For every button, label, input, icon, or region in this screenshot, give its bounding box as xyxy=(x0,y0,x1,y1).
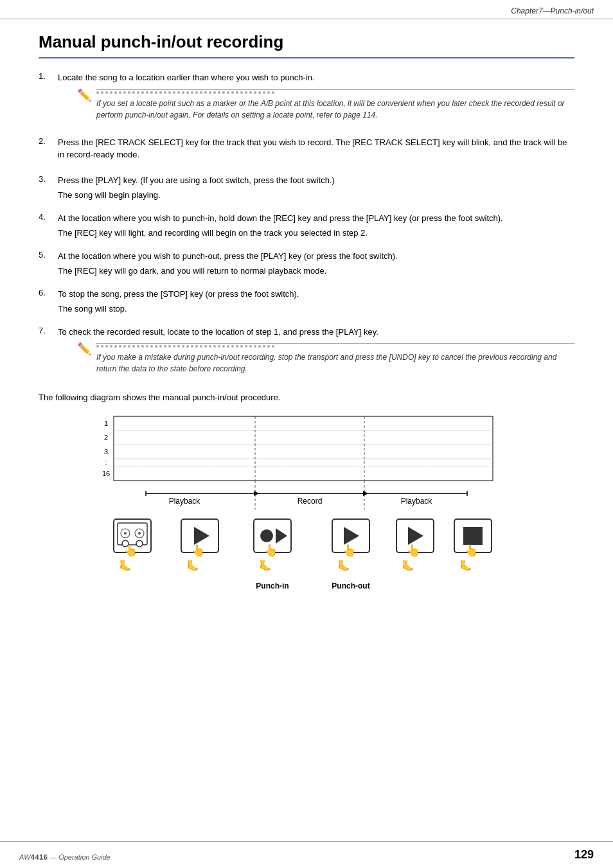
dot xyxy=(110,345,112,348)
dot xyxy=(155,91,157,94)
dot xyxy=(110,91,112,94)
dot xyxy=(177,345,180,348)
step-6-main: To stop the song, press the [STOP] key (… xyxy=(58,288,574,301)
note-right-2: If you make a mistake during punch-in/ou… xyxy=(96,343,574,375)
dot xyxy=(182,91,184,94)
svg-point-39 xyxy=(260,529,273,542)
dot xyxy=(231,345,234,348)
svg-text:👆: 👆 xyxy=(123,544,138,558)
svg-text:👆: 👆 xyxy=(406,544,421,558)
step-1-content: Locate the song to a location earlier th… xyxy=(58,71,574,126)
dot xyxy=(105,345,108,348)
step-7-content: To check the recorded result, locate to … xyxy=(58,326,574,380)
dot xyxy=(236,91,238,94)
svg-text:Record: Record xyxy=(298,497,323,506)
dot xyxy=(200,91,202,94)
dot xyxy=(258,91,261,94)
step-5-content: At the location where you wish to punch-… xyxy=(58,250,574,278)
svg-text:Playback: Playback xyxy=(401,497,433,506)
dot xyxy=(231,91,234,94)
step-5-num: 5. xyxy=(39,250,58,260)
dot xyxy=(191,91,193,94)
dots-line xyxy=(96,89,574,95)
step-3-sub: The song will begin playing. xyxy=(58,189,574,202)
dot xyxy=(168,345,171,348)
dot xyxy=(267,91,270,94)
step-7-note-box: ✏️ If you make a mistake during punch-in… xyxy=(77,343,574,375)
dot xyxy=(258,345,261,348)
dot xyxy=(204,91,207,94)
dot xyxy=(213,91,216,94)
svg-text:🦶: 🦶 xyxy=(459,560,472,572)
dot xyxy=(119,345,121,348)
step-7-note-text: If you make a mistake during punch-in/ou… xyxy=(96,351,574,375)
dot xyxy=(267,345,270,348)
diagram-intro: The following diagram shows the manual p… xyxy=(39,393,574,402)
dot xyxy=(155,345,157,348)
dot xyxy=(105,91,108,94)
svg-rect-5 xyxy=(114,416,493,481)
page-footer: AW4416 — Operation Guide 129 xyxy=(0,841,613,868)
step-6: 6. To stop the song, press the [STOP] ke… xyxy=(39,288,574,315)
dot xyxy=(209,345,211,348)
svg-text:🦶: 🦶 xyxy=(402,560,414,572)
dot xyxy=(146,345,148,348)
svg-text:👆: 👆 xyxy=(342,544,357,558)
dot xyxy=(191,345,193,348)
svg-text:3: 3 xyxy=(104,448,108,456)
step-2-main: Press the [REC TRACK SELECT] key for the… xyxy=(58,136,574,161)
dot xyxy=(101,91,103,94)
dot xyxy=(137,91,139,94)
step-6-num: 6. xyxy=(39,288,58,297)
dot xyxy=(168,91,171,94)
dot xyxy=(114,345,117,348)
dot xyxy=(96,345,99,348)
note-right: If you set a locate point such as a mark… xyxy=(96,89,574,121)
dot xyxy=(150,91,153,94)
dot xyxy=(101,345,103,348)
dot xyxy=(254,91,256,94)
step-1-num: 1. xyxy=(39,71,58,81)
dots-line-2 xyxy=(96,343,574,349)
dot xyxy=(245,345,247,348)
step-5-sub: The [REC] key will go dark, and you will… xyxy=(58,265,574,278)
dot xyxy=(141,91,144,94)
dot xyxy=(236,345,238,348)
dot xyxy=(272,345,274,348)
dot xyxy=(218,91,220,94)
svg-text:Punch-in: Punch-in xyxy=(256,581,289,590)
note-icon-2: ✏️ xyxy=(77,343,91,375)
footer-logo: AW4416 — Operation Guide xyxy=(19,853,111,862)
step-7: 7. To check the recorded result, locate … xyxy=(39,326,574,380)
svg-text:👆: 👆 xyxy=(263,544,278,558)
step-6-content: To stop the song, press the [STOP] key (… xyxy=(58,288,574,315)
dot xyxy=(96,91,99,94)
dot xyxy=(240,91,243,94)
step-5: 5. At the location where you wish to pun… xyxy=(39,250,574,278)
dot xyxy=(272,91,274,94)
dot xyxy=(200,345,202,348)
dot xyxy=(150,345,153,348)
dot xyxy=(177,91,180,94)
dot xyxy=(146,91,148,94)
step-1: 1. Locate the song to a location earlier… xyxy=(39,71,574,126)
step-5-main: At the location where you wish to punch-… xyxy=(58,250,574,263)
step-2-num: 2. xyxy=(39,136,58,146)
dot xyxy=(245,91,247,94)
step-2-content: Press the [REC TRACK SELECT] key for the… xyxy=(58,136,574,164)
dot xyxy=(186,345,189,348)
step-3-num: 3. xyxy=(39,174,58,184)
step-3-content: Press the [PLAY] key. (If you are using … xyxy=(58,174,574,202)
svg-text:👆: 👆 xyxy=(191,544,206,558)
svg-point-31 xyxy=(138,532,141,535)
chapter-header: Chapter7—Punch-in/out xyxy=(511,6,594,15)
dot xyxy=(213,345,216,348)
dot xyxy=(222,91,225,94)
dot xyxy=(132,345,135,348)
dot xyxy=(141,345,144,348)
dot xyxy=(227,345,229,348)
step-4-content: At the location where you wish to punch-… xyxy=(58,212,574,240)
step-1-main: Locate the song to a location earlier th… xyxy=(58,71,574,84)
dot xyxy=(254,345,256,348)
dot xyxy=(249,91,252,94)
